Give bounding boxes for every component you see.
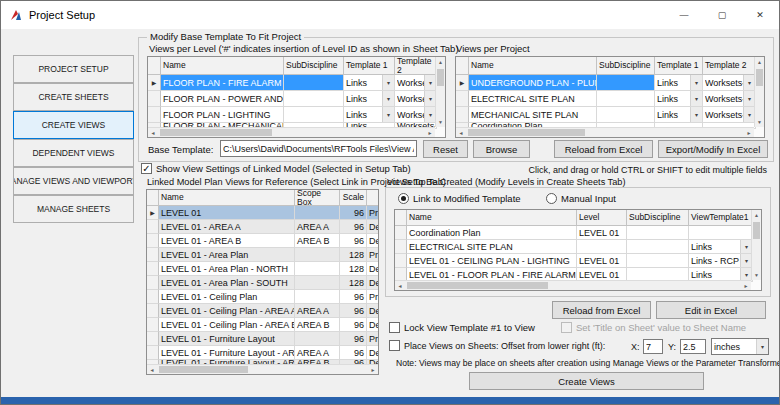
cell-template1[interactable]: Links▾ <box>344 75 395 91</box>
row-selector[interactable]: ▶ <box>456 75 469 91</box>
create-views-button[interactable]: Create Views <box>469 372 704 390</box>
row-selector[interactable] <box>147 304 159 318</box>
row-selector[interactable]: ▶ <box>147 206 159 220</box>
cell-scope-box[interactable] <box>295 276 340 290</box>
horizontal-scrollbar[interactable]: ◄► <box>456 127 754 137</box>
chevron-down-icon[interactable]: ▾ <box>756 339 768 354</box>
scrollbar-thumb[interactable] <box>437 69 444 86</box>
cell-scope-box[interactable]: AREA A <box>295 304 340 318</box>
column-header[interactable]: SubDiscipline <box>627 210 689 226</box>
browse-button[interactable]: Browse <box>473 140 530 158</box>
cell-scale[interactable]: 96 <box>340 332 367 346</box>
cell-subdiscipline[interactable] <box>284 91 344 107</box>
cell-scope-box[interactable]: AREA B <box>295 318 340 332</box>
sidebar-item-create-sheets[interactable]: CREATE SHEETS <box>13 83 134 111</box>
row-selector[interactable] <box>395 240 407 254</box>
row-selector[interactable] <box>148 91 161 107</box>
export-modify-in-excel-button[interactable]: Export/Modify In Excel <box>658 140 768 158</box>
cell-type[interactable]: Pri <box>367 206 379 220</box>
chevron-down-icon[interactable]: ▾ <box>690 107 702 122</box>
row-selector[interactable] <box>147 346 159 360</box>
reload-from-excel-button-2[interactable]: Reload from Excel <box>552 301 651 319</box>
column-header[interactable]: Name <box>407 210 577 226</box>
cell-type[interactable]: Dep <box>367 318 379 332</box>
edit-in-excel-button[interactable]: Edit in Excel <box>656 301 766 319</box>
cell-subdiscipline[interactable] <box>627 240 689 254</box>
cell-name[interactable]: LEVEL 01 - Area Plan - SOUTH <box>159 276 295 290</box>
radio-button[interactable] <box>546 193 557 204</box>
row-selector[interactable] <box>395 226 407 240</box>
scrollbar-thumb[interactable] <box>159 366 248 373</box>
cell-name[interactable]: LEVEL 01 - AREA B <box>159 234 295 248</box>
chevron-down-icon[interactable]: ▾ <box>382 75 394 90</box>
cell-viewtemplate1[interactable]: Links - RCP▾ <box>689 254 753 268</box>
cell-template1[interactable]: Links▾ <box>655 107 703 123</box>
cell-template2[interactable]: Worksets-E▾ <box>395 107 437 123</box>
cell-scope-box[interactable] <box>295 332 340 346</box>
row-selector-header[interactable] <box>147 190 159 206</box>
cell-template1[interactable]: Links▾ <box>655 75 703 91</box>
show-linked-model-checkbox[interactable]: ✓ Show View Settings of Linked Model (Se… <box>141 163 411 174</box>
scroll-up-icon[interactable]: ▲ <box>755 57 764 67</box>
row-selector[interactable] <box>148 107 161 123</box>
cell-subdiscipline[interactable] <box>597 91 655 107</box>
cell-scope-box[interactable]: AREA A <box>295 220 340 234</box>
chevron-down-icon[interactable]: ▾ <box>690 75 702 90</box>
cell-name[interactable]: ELECTRICAL SITE PLAN <box>407 240 577 254</box>
sidebar-item-manage-sheets[interactable]: MANAGE SHEETS <box>13 195 134 223</box>
cell-level[interactable]: LEVEL 01 <box>577 226 627 240</box>
column-header[interactable]: Template 1 <box>655 57 703 75</box>
horizontal-scrollbar[interactable]: ◄► <box>395 280 751 290</box>
column-header[interactable]: SubDiscipline <box>597 57 655 75</box>
checkbox-box[interactable]: ✓ <box>141 163 152 174</box>
cell-name[interactable]: LEVEL 01 - Furniture Layout <box>159 332 295 346</box>
row-selector[interactable] <box>395 254 407 268</box>
place-views-on-sheets-checkbox[interactable]: Place Views on Sheets: Offset from lower… <box>389 340 605 351</box>
cell-type[interactable]: Pri <box>367 332 379 346</box>
cell-name[interactable]: LEVEL 01 - Area Plan <box>159 248 295 262</box>
column-header[interactable]: Name <box>469 57 597 75</box>
cell-type[interactable]: Pri <box>367 248 379 262</box>
cell-name[interactable]: FLOOR PLAN - POWER AND SIGNAL <box>161 91 284 107</box>
row-selector[interactable] <box>456 107 469 123</box>
cell-type[interactable]: Pri <box>367 290 379 304</box>
chevron-down-icon[interactable]: ▾ <box>690 91 702 106</box>
cell-scale[interactable]: 96 <box>340 220 367 234</box>
cell-viewtemplate1[interactable] <box>689 226 753 240</box>
cell-template2[interactable]: Worksets-E_▾ <box>395 91 437 107</box>
scroll-right-icon[interactable]: ► <box>744 128 754 138</box>
scroll-right-icon[interactable]: ► <box>368 365 378 375</box>
column-header[interactable]: Scale <box>340 190 367 206</box>
scrollbar-thumb[interactable] <box>407 282 548 289</box>
checkbox-box[interactable] <box>389 340 400 351</box>
reload-from-excel-button[interactable]: Reload from Excel <box>554 140 653 158</box>
y-offset-input[interactable] <box>680 339 706 354</box>
column-header[interactable]: Scope Box <box>295 190 340 206</box>
sidebar-item-project-setup[interactable]: PROJECT SETUP <box>13 55 134 83</box>
cell-template2[interactable]: Worksets-E_▾ <box>395 75 437 91</box>
sidebar-item-manage-views-and-viewports[interactable]: MANAGE VIEWS AND VIEWPORTS <box>13 167 134 195</box>
scrollbar-thumb[interactable] <box>753 222 760 239</box>
cell-viewtemplate1[interactable]: Links▾ <box>689 240 753 254</box>
horizontal-scrollbar[interactable]: ◄► <box>147 364 378 374</box>
cell-template2[interactable]: Worksets-E_S▾ <box>703 91 756 107</box>
row-selector[interactable] <box>147 290 159 304</box>
maximize-icon[interactable]: ▢ <box>703 1 741 29</box>
row-selector-header[interactable] <box>395 210 407 226</box>
cell-subdiscipline[interactable] <box>284 107 344 123</box>
base-template-input[interactable] <box>220 140 417 157</box>
scroll-left-icon[interactable]: ◄ <box>395 281 405 291</box>
scroll-up-icon[interactable]: ▲ <box>752 210 761 220</box>
column-header[interactable]: ViewTemplate1 <box>689 210 753 226</box>
cell-name[interactable]: FLOOR PLAN - FIRE ALARM <box>161 75 284 91</box>
column-header[interactable]: Template 2 <box>703 57 756 75</box>
cell-scope-box[interactable]: AREA A <box>295 346 340 360</box>
cell-scale[interactable]: 96 <box>340 346 367 360</box>
cell-scale[interactable]: 128 <box>340 262 367 276</box>
cell-name[interactable]: LEVEL 01 - Ceiling Plan - AREA A <box>159 304 295 318</box>
cell-level[interactable] <box>577 240 627 254</box>
cell-subdiscipline[interactable] <box>597 75 655 91</box>
vertical-scrollbar[interactable]: ▲▼ <box>435 57 445 127</box>
row-selector[interactable] <box>147 248 159 262</box>
row-selector[interactable] <box>147 318 159 332</box>
